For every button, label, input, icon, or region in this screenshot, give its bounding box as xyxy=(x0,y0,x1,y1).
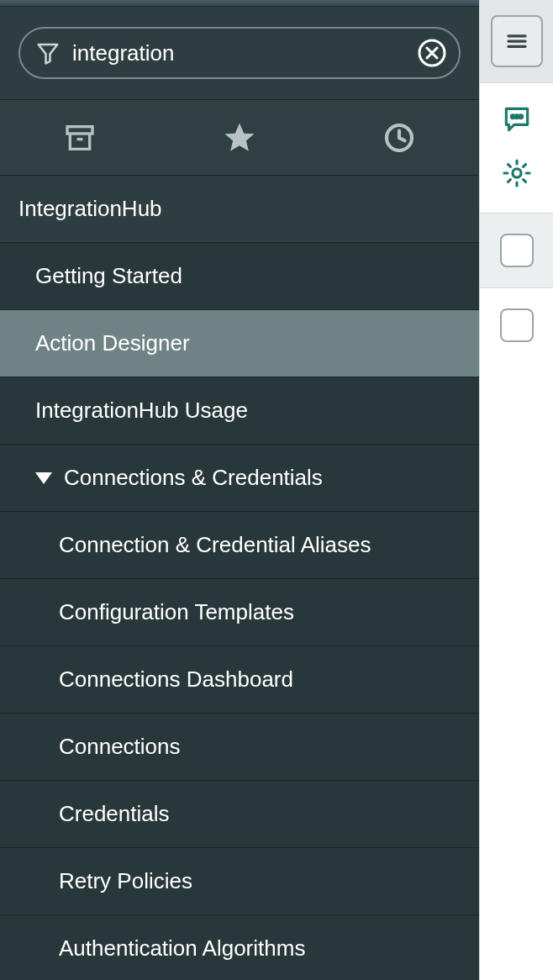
chat-button[interactable] xyxy=(501,103,533,139)
top-accent-bar xyxy=(0,0,479,7)
svg-point-13 xyxy=(519,115,522,119)
clear-search-button[interactable] xyxy=(417,38,447,68)
clock-icon xyxy=(382,121,416,155)
filter-icon xyxy=(35,40,61,66)
star-icon xyxy=(222,120,257,155)
svg-marker-6 xyxy=(225,123,255,150)
search-input[interactable] xyxy=(72,40,405,66)
navigation-sidebar: IntegrationHub Getting Started Action De… xyxy=(0,0,479,980)
tab-favorites[interactable] xyxy=(160,100,319,175)
close-circle-icon xyxy=(417,38,447,68)
checkbox-2[interactable] xyxy=(500,308,534,342)
search-row xyxy=(0,7,479,100)
nav-subitem-connections-dashboard[interactable]: Connections Dashboard xyxy=(0,646,479,714)
nav-subitem-config-templates[interactable]: Configuration Templates xyxy=(0,579,479,646)
nav-item-action-designer[interactable]: Action Designer xyxy=(0,310,479,377)
rail-lower xyxy=(500,288,534,362)
chevron-down-icon xyxy=(35,472,52,484)
checkbox-1[interactable] xyxy=(500,234,534,267)
svg-marker-0 xyxy=(39,45,58,64)
settings-button[interactable] xyxy=(501,157,533,192)
rail-checkbox-section xyxy=(480,213,553,288)
search-box[interactable] xyxy=(18,27,461,79)
tab-all-applications[interactable] xyxy=(0,100,160,175)
nav-subitem-connections[interactable]: Connections xyxy=(0,714,479,781)
nav-subitem-aliases[interactable]: Connection & Credential Aliases xyxy=(0,512,479,579)
menu-button[interactable] xyxy=(491,15,543,67)
nav-item-integrationhub-usage[interactable]: IntegrationHub Usage xyxy=(0,377,479,445)
nav-subitem-auth-algorithms[interactable]: Authentication Algorithms xyxy=(0,915,479,980)
nav-group-label: Connections & Credentials xyxy=(64,465,323,491)
nav-app-header[interactable]: IntegrationHub xyxy=(0,176,479,243)
rail-icons xyxy=(480,83,553,213)
tab-history[interactable] xyxy=(319,100,479,175)
svg-rect-4 xyxy=(67,126,92,133)
hamburger-icon xyxy=(504,29,529,54)
nav-group-connections-credentials[interactable]: Connections & Credentials xyxy=(0,445,479,512)
gear-icon xyxy=(501,157,533,189)
svg-point-14 xyxy=(512,169,520,177)
chat-icon xyxy=(501,103,533,135)
nav-subitem-retry-policies[interactable]: Retry Policies xyxy=(0,848,479,915)
nav-subitem-credentials[interactable]: Credentials xyxy=(0,781,479,848)
right-rail xyxy=(479,0,553,980)
nav-list: IntegrationHub Getting Started Action De… xyxy=(0,176,479,980)
archive-icon xyxy=(63,121,97,155)
hamburger-cell xyxy=(480,0,553,83)
nav-tabs xyxy=(0,100,479,176)
nav-item-getting-started[interactable]: Getting Started xyxy=(0,243,479,310)
